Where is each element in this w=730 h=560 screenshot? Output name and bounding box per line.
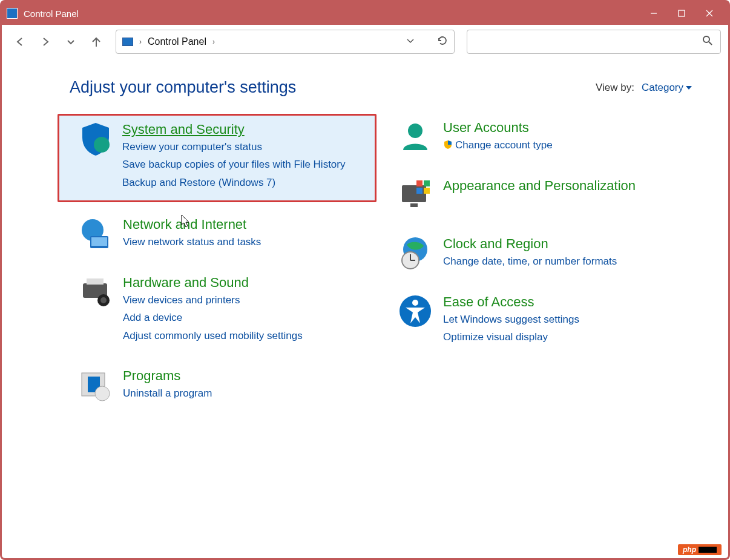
- svg-rect-13: [87, 278, 104, 285]
- minimize-icon: [649, 9, 658, 18]
- category-network[interactable]: Network and Internet View network status…: [70, 211, 372, 260]
- link-change-account-type[interactable]: Change account type: [443, 137, 553, 153]
- svg-rect-1: [679, 10, 685, 16]
- view-by: View by: Category: [596, 82, 692, 94]
- svg-point-8: [94, 137, 110, 153]
- link-file-history[interactable]: Save backup copies of your files with Fi…: [122, 157, 346, 173]
- chevron-right-icon: ›: [212, 38, 215, 46]
- link-network-status[interactable]: View network status and tasks: [123, 234, 261, 250]
- link-visual-display[interactable]: Optimize visual display: [443, 329, 579, 345]
- category-title-appearance[interactable]: Appearance and Personalization: [443, 178, 636, 194]
- page-title: Adjust your computer's settings: [70, 78, 296, 97]
- search-icon: [702, 35, 713, 48]
- category-title-ease[interactable]: Ease of Access: [443, 294, 579, 310]
- control-panel-window: Control Panel › Control Panel ›: [0, 0, 730, 560]
- titlebar: Control Panel: [2, 2, 728, 25]
- category-clock[interactable]: Clock and Region Change date, time, or n…: [390, 230, 692, 280]
- category-user-accounts[interactable]: User Accounts Change account type: [390, 114, 692, 163]
- watermark: php: [678, 544, 722, 555]
- globe-icon: [78, 217, 112, 251]
- svg-rect-23: [424, 180, 430, 186]
- up-button[interactable]: [85, 31, 107, 53]
- header-row: Adjust your computer's settings View by:…: [70, 78, 692, 97]
- chevron-down-icon: [686, 85, 692, 91]
- watermark-text: php: [683, 545, 696, 554]
- link-review-status[interactable]: Review your computer's status: [122, 139, 346, 155]
- clock-globe-icon: [398, 236, 432, 270]
- svg-point-19: [408, 124, 423, 138]
- category-columns: System and Security Review your computer…: [70, 114, 692, 412]
- category-system-security[interactable]: System and Security Review your computer…: [58, 114, 377, 202]
- svg-point-5: [703, 36, 709, 42]
- svg-marker-7: [686, 86, 692, 90]
- monitor-icon: [398, 178, 432, 212]
- uac-shield-icon: [443, 139, 453, 148]
- shield-icon: [77, 122, 111, 156]
- view-by-dropdown[interactable]: Category: [642, 82, 692, 94]
- programs-icon: [78, 368, 112, 402]
- close-button[interactable]: [695, 2, 723, 25]
- link-mobility[interactable]: Adjust commonly used mobility settings: [123, 328, 303, 344]
- category-title-programs[interactable]: Programs: [123, 368, 212, 384]
- category-programs[interactable]: Programs Uninstall a program: [70, 362, 372, 412]
- svg-point-18: [95, 386, 110, 401]
- category-hardware[interactable]: Hardware and Sound View devices and prin…: [70, 269, 372, 354]
- right-column: User Accounts Change account type Appear…: [390, 114, 692, 412]
- category-title-clock[interactable]: Clock and Region: [443, 236, 617, 252]
- svg-point-15: [100, 297, 107, 303]
- category-ease-of-access[interactable]: Ease of Access Let Windows suggest setti…: [390, 288, 692, 355]
- svg-rect-25: [424, 188, 430, 194]
- svg-rect-21: [410, 203, 418, 207]
- link-date-time[interactable]: Change date, time, or number formats: [443, 254, 617, 269]
- link-devices-printers[interactable]: View devices and printers: [123, 292, 303, 308]
- app-icon: [7, 8, 18, 19]
- svg-point-31: [412, 300, 418, 306]
- svg-line-6: [709, 42, 712, 45]
- category-title-system[interactable]: System and Security: [122, 122, 346, 137]
- accessibility-icon: [398, 294, 432, 328]
- window-title: Control Panel: [24, 8, 79, 19]
- maximize-icon: [677, 9, 686, 18]
- link-uninstall[interactable]: Uninstall a program: [123, 386, 212, 401]
- close-icon: [705, 9, 714, 18]
- breadcrumb[interactable]: Control Panel: [148, 36, 206, 47]
- category-title-network[interactable]: Network and Internet: [123, 217, 261, 232]
- recent-dropdown[interactable]: [60, 31, 82, 53]
- control-panel-icon: [122, 38, 133, 46]
- view-by-value: Category: [642, 82, 683, 94]
- minimize-button[interactable]: [640, 2, 668, 25]
- user-icon: [398, 120, 432, 154]
- printer-icon: [78, 275, 112, 309]
- link-add-device[interactable]: Add a device: [123, 310, 303, 326]
- category-title-hardware[interactable]: Hardware and Sound: [123, 275, 303, 291]
- link-suggest-settings[interactable]: Let Windows suggest settings: [443, 312, 579, 328]
- link-backup-restore[interactable]: Backup and Restore (Windows 7): [122, 175, 346, 191]
- chevron-right-icon: ›: [139, 38, 142, 46]
- category-title-users[interactable]: User Accounts: [443, 120, 553, 136]
- address-bar[interactable]: › Control Panel ›: [116, 30, 455, 54]
- svg-rect-11: [91, 237, 107, 246]
- navbar: › Control Panel ›: [2, 25, 728, 59]
- category-appearance[interactable]: Appearance and Personalization: [390, 172, 692, 222]
- maximize-button[interactable]: [668, 2, 695, 25]
- svg-rect-22: [416, 180, 423, 186]
- svg-rect-24: [416, 188, 423, 194]
- history-dropdown[interactable]: [406, 36, 415, 48]
- refresh-button[interactable]: [437, 35, 448, 48]
- back-button[interactable]: [9, 31, 31, 53]
- search-input[interactable]: [467, 30, 721, 54]
- left-column: System and Security Review your computer…: [70, 114, 372, 412]
- content-area: Adjust your computer's settings View by:…: [2, 59, 728, 418]
- view-by-label: View by:: [596, 82, 634, 94]
- forward-button[interactable]: [35, 31, 56, 53]
